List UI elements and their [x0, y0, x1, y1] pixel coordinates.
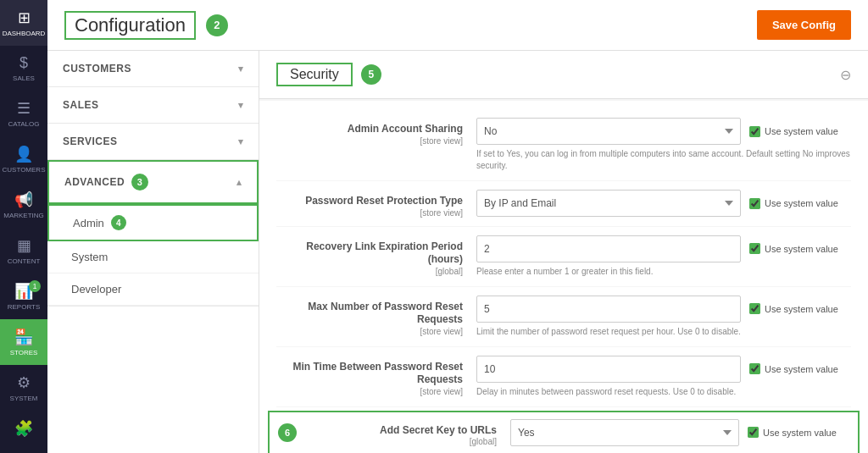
- use-system-value-label[interactable]: Use system value: [748, 427, 849, 438]
- sidebar-item-content[interactable]: ▦ CONTENT: [0, 228, 47, 273]
- config-label-max-password-reset: Max Number of Password Reset Requests [s…: [276, 296, 463, 336]
- config-input-row: No Yes Use system value: [476, 118, 851, 145]
- security-section-title: Security: [276, 63, 353, 86]
- system-icon: ⚙: [17, 373, 31, 392]
- recovery-link-expiration-input[interactable]: [476, 235, 741, 262]
- nav-section-label-advanced: ADVANCED: [64, 176, 125, 188]
- config-control-min-time-password-reset: Use system value Delay in minutes betwee…: [476, 356, 851, 398]
- use-system-value-checkbox[interactable]: [749, 303, 760, 314]
- use-system-value-checkbox[interactable]: [748, 427, 759, 438]
- config-control-password-reset-protection: By IP and Email By IP By Email None Use …: [476, 190, 851, 217]
- sidebar-item-system[interactable]: ⚙ SYSTEM: [0, 365, 47, 411]
- security-section-header: Security 5 ⊖: [259, 51, 868, 99]
- config-input-row: Use system value: [476, 235, 851, 262]
- config-control-add-secret-key: Yes No Use system value: [510, 419, 849, 446]
- customers-icon: 👤: [14, 145, 33, 163]
- sidebar-item-dashboard[interactable]: ⊞ DASHBOARD: [0, 0, 47, 46]
- use-system-value-label[interactable]: Use system value: [749, 243, 851, 254]
- collapse-button[interactable]: ⊖: [840, 67, 851, 83]
- config-hint: If set to Yes, you can log in from multi…: [476, 148, 851, 172]
- sidebar-item-label: DASHBOARD: [3, 30, 46, 37]
- config-row-max-password-reset: Max Number of Password Reset Requests [s…: [276, 287, 851, 347]
- add-secret-key-select[interactable]: Yes No: [510, 419, 739, 446]
- config-label-add-secret-key: Add Secret Key to URLs [global]: [310, 419, 497, 447]
- step-badge-2: 2: [206, 14, 228, 36]
- sidebar-item-label: CONTENT: [8, 257, 41, 265]
- nav-section-header-sales[interactable]: SALES ▾: [47, 87, 259, 123]
- use-system-value-label[interactable]: Use system value: [749, 198, 851, 209]
- min-time-password-reset-input[interactable]: [476, 356, 741, 383]
- config-hint: Delay in minutes between password reset …: [476, 386, 851, 398]
- nav-sub-item-admin[interactable]: Admin 4: [47, 204, 259, 241]
- step-badge-5: 5: [361, 64, 381, 85]
- sidebar-item-reports[interactable]: 📊 1 REPORTS: [0, 273, 47, 319]
- nav-section-services: SERVICES ▾: [47, 124, 259, 160]
- sidebar-item-catalog[interactable]: ☰ CATALOG: [0, 91, 47, 136]
- step-badge-4: 4: [111, 215, 126, 230]
- sidebar-item-label: REPORTS: [8, 303, 41, 311]
- use-system-value-checkbox[interactable]: [749, 243, 760, 254]
- sidebar-item-label: CATALOG: [8, 120, 39, 128]
- sidebar-item-extensions[interactable]: 🧩: [0, 411, 47, 449]
- config-input-row: By IP and Email By IP By Email None Use …: [476, 190, 851, 217]
- catalog-icon: ☰: [17, 99, 31, 118]
- nav-sub-item-system[interactable]: System: [47, 241, 259, 273]
- config-label-admin-account-sharing: Admin Account Sharing [store view]: [276, 118, 463, 146]
- sidebar-item-label: STORES: [10, 349, 38, 356]
- use-system-value-checkbox[interactable]: [749, 363, 760, 374]
- use-system-value-label[interactable]: Use system value: [749, 126, 851, 137]
- marketing-icon: 📢: [14, 191, 33, 209]
- dashboard-icon: ⊞: [18, 8, 31, 27]
- nav-section-header-advanced[interactable]: ADVANCED 3 ▴: [47, 160, 259, 204]
- page-title: Configuration: [64, 11, 196, 40]
- content-area: CUSTOMERS ▾ SALES ▾ SERVICES ▾: [47, 51, 868, 453]
- nav-section-customers: CUSTOMERS ▾: [47, 51, 259, 87]
- max-password-reset-input[interactable]: [476, 296, 741, 323]
- config-control-recovery-link-expiration: Use system value Please enter a number 1…: [476, 235, 851, 278]
- extensions-icon: 🧩: [14, 419, 33, 438]
- config-hint: Limit the number of password reset reque…: [476, 326, 851, 338]
- config-row-admin-account-sharing: Admin Account Sharing [store view] No Ye…: [276, 109, 851, 181]
- sidebar-item-label: MARKETING: [3, 212, 44, 219]
- step-badge-3: 3: [131, 174, 148, 191]
- stores-icon: 🏪: [14, 328, 33, 346]
- chevron-down-icon: ▾: [238, 136, 244, 147]
- security-config-body: Admin Account Sharing [store view] No Ye…: [259, 101, 868, 453]
- sidebar: ⊞ DASHBOARD $ SALES ☰ CATALOG 👤 CUSTOMER…: [0, 0, 47, 453]
- use-system-value-checkbox[interactable]: [749, 198, 760, 209]
- config-control-max-password-reset: Use system value Limit the number of pas…: [476, 296, 851, 338]
- right-panel: Security 5 ⊖ Admin Account Sharing [stor…: [259, 51, 868, 453]
- config-input-row: Use system value: [476, 356, 851, 383]
- sidebar-item-label: CUSTOMERS: [3, 166, 46, 174]
- main-content: Configuration 2 Save Config CUSTOMERS ▾ …: [47, 0, 868, 453]
- nav-section-header-services[interactable]: SERVICES ▾: [47, 124, 259, 159]
- sidebar-item-marketing[interactable]: 📢 MARKETING: [0, 182, 47, 228]
- sidebar-item-stores[interactable]: 🏪 STORES: [0, 319, 47, 365]
- nav-section-header-customers[interactable]: CUSTOMERS ▾: [47, 51, 259, 86]
- left-navigation: CUSTOMERS ▾ SALES ▾ SERVICES ▾: [47, 51, 259, 453]
- chevron-down-icon: ▾: [238, 100, 244, 111]
- nav-sub-item-developer[interactable]: Developer: [47, 273, 259, 306]
- nav-section-label-customers: CUSTOMERS: [63, 63, 131, 75]
- sidebar-item-sales[interactable]: $ SALES: [0, 46, 47, 91]
- chevron-down-icon: ▾: [238, 64, 244, 75]
- password-reset-protection-select[interactable]: By IP and Email By IP By Email None: [476, 190, 741, 217]
- config-row-password-reset-protection: Password Reset Protection Type [store vi…: [276, 181, 851, 227]
- config-hint: Please enter a number 1 or greater in th…: [476, 266, 851, 278]
- use-system-value-label[interactable]: Use system value: [749, 303, 851, 314]
- sales-icon: $: [19, 54, 28, 72]
- nav-section-label-sales: SALES: [63, 99, 99, 111]
- admin-account-sharing-select[interactable]: No Yes: [476, 118, 741, 145]
- nav-sub-item-label-system: System: [71, 251, 108, 263]
- reports-badge: 1: [29, 280, 41, 292]
- use-system-value-checkbox[interactable]: [749, 126, 760, 137]
- sidebar-item-label: SYSTEM: [10, 395, 38, 402]
- header-left: Configuration 2: [64, 11, 228, 40]
- save-config-button[interactable]: Save Config: [757, 10, 851, 40]
- sidebar-item-customers[interactable]: 👤 CUSTOMERS: [0, 136, 47, 182]
- nav-sub-item-label-admin: Admin: [73, 217, 104, 229]
- config-label-password-reset-protection: Password Reset Protection Type [store vi…: [276, 190, 463, 218]
- nav-section-sales: SALES ▾: [47, 87, 259, 124]
- content-icon: ▦: [17, 236, 31, 255]
- use-system-value-label[interactable]: Use system value: [749, 363, 851, 374]
